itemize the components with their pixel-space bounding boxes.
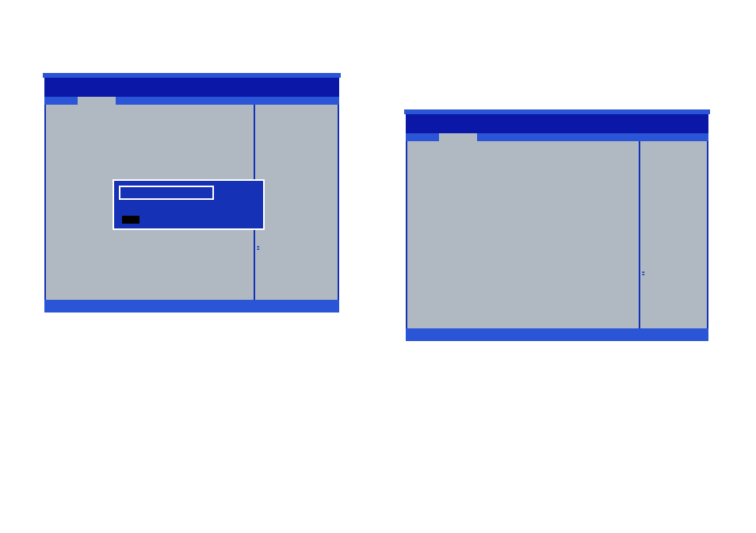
status-bar bbox=[44, 300, 339, 313]
title-bar[interactable] bbox=[406, 114, 708, 133]
app-window-left: ▪▪▪▪ bbox=[44, 78, 339, 313]
title-bar[interactable] bbox=[44, 78, 339, 97]
vertical-splitter[interactable] bbox=[639, 141, 640, 328]
app-window-right: ▪▪▪▪ bbox=[406, 114, 708, 341]
active-tab[interactable] bbox=[439, 133, 477, 141]
modal-dialog bbox=[113, 179, 265, 230]
splitter-handle-icon[interactable]: ▪▪▪▪ bbox=[642, 271, 647, 276]
dialog-primary-button[interactable] bbox=[122, 216, 139, 224]
status-bar bbox=[406, 328, 708, 341]
active-tab[interactable] bbox=[78, 97, 116, 105]
dialog-input-field[interactable] bbox=[119, 186, 214, 200]
splitter-handle-icon[interactable]: ▪▪▪▪ bbox=[257, 246, 262, 251]
